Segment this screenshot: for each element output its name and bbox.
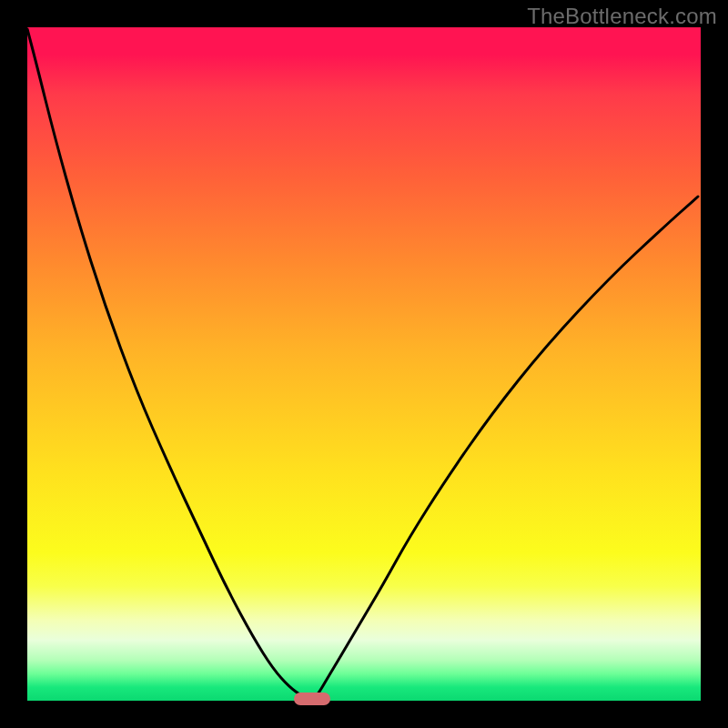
curve-svg [27, 27, 701, 701]
curve-left-branch [27, 29, 312, 701]
chart-container: TheBottleneck.com [0, 0, 728, 728]
watermark-text: TheBottleneck.com [527, 4, 717, 29]
minimum-marker [294, 693, 330, 705]
plot-area [27, 27, 701, 701]
curve-right-branch [312, 197, 698, 701]
